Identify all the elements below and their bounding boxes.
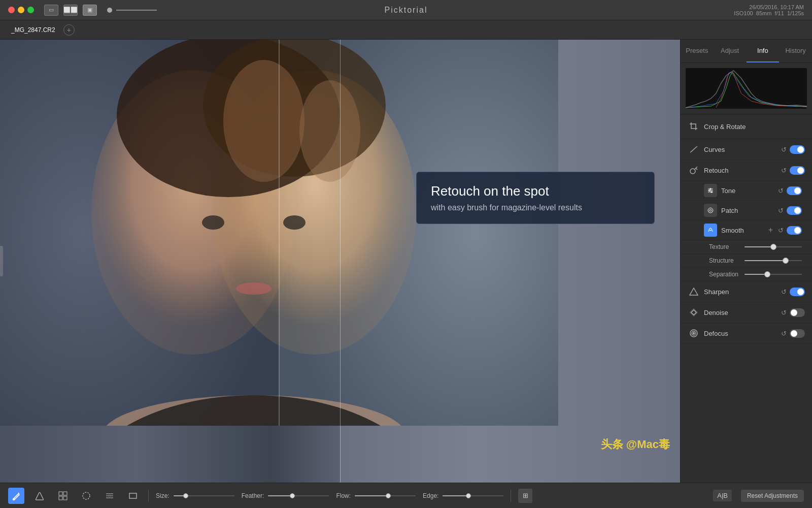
structure-track[interactable] (745, 260, 802, 261)
tab-presets[interactable]: Presets (681, 40, 714, 62)
main-area: Retouch on the spot with easy brush for … (0, 40, 812, 483)
defocus-reset[interactable]: ↺ (781, 330, 787, 337)
svg-point-31 (83, 492, 90, 499)
retouch-toggle[interactable] (790, 166, 805, 175)
denoise-reset[interactable]: ↺ (781, 309, 787, 316)
canvas-area[interactable]: Retouch on the spot with easy brush for … (0, 40, 680, 483)
reset-adjustments-button[interactable]: Reset Adjustments (741, 490, 804, 502)
tone-controls: ↺ (778, 186, 802, 195)
single-view-icon[interactable]: ▭ (44, 5, 58, 16)
grid-tool[interactable] (55, 488, 71, 504)
crop-rotate-row[interactable]: Crop & Rotate (681, 114, 812, 139)
flow-param: Flow: (336, 492, 416, 499)
tab-info[interactable]: Info (747, 40, 780, 62)
edge-slider[interactable] (443, 495, 503, 496)
svg-point-21 (711, 192, 713, 193)
tone-reset[interactable]: ↺ (778, 187, 784, 195)
photo-view: Retouch on the spot with easy brush for … (0, 40, 680, 483)
smooth-add[interactable]: + (768, 226, 773, 235)
smooth-row[interactable]: Smooth + ↺ (681, 220, 812, 240)
histogram-area (681, 63, 812, 114)
stripe-tool[interactable] (101, 488, 118, 504)
camera-params: ISO100 85mm f/11 1/125s (734, 10, 804, 16)
retouch-reset[interactable]: ↺ (781, 167, 787, 174)
fullscreen-button[interactable]: ⊞ (518, 489, 532, 503)
size-label: Size: (156, 492, 170, 499)
svg-rect-30 (63, 496, 67, 500)
curves-toggle[interactable] (790, 145, 805, 154)
ab-button[interactable]: A|B (713, 490, 732, 501)
zoom-slider[interactable] (107, 8, 157, 13)
smooth-reset[interactable]: ↺ (778, 227, 784, 234)
structure-row[interactable]: Structure (681, 254, 812, 268)
svg-point-11 (202, 215, 224, 230)
defocus-controls: ↺ (781, 329, 805, 338)
dual-view-icon[interactable]: ⬜⬜ (63, 5, 78, 16)
toolbar-separator-2 (511, 490, 511, 502)
flow-track[interactable] (355, 495, 416, 496)
close-button[interactable] (8, 7, 15, 13)
add-tab-button[interactable]: + (63, 24, 75, 36)
datetime: 26/05/2016, 10:17 AM (734, 4, 804, 10)
window-buttons (8, 7, 34, 13)
curves-reset[interactable]: ↺ (781, 146, 787, 153)
patch-toggle[interactable] (787, 206, 802, 215)
svg-point-20 (709, 190, 710, 192)
circle-select-tool[interactable] (78, 488, 94, 504)
smooth-toggle[interactable] (787, 226, 802, 235)
defocus-row[interactable]: Defocus ↺ (681, 323, 812, 344)
retouch-controls: ↺ (781, 166, 805, 175)
tooltip-subtitle: with easy brush for magazine-level resul… (431, 203, 640, 212)
denoise-toggle[interactable] (790, 308, 805, 317)
size-param: Size: (156, 492, 234, 499)
retouch-row[interactable]: Retouch ↺ (681, 160, 812, 181)
flow-label: Flow: (336, 492, 351, 499)
feather-track[interactable] (268, 495, 329, 496)
defocus-icon (688, 327, 700, 339)
flow-slider[interactable] (355, 495, 416, 496)
size-slider[interactable] (174, 495, 234, 496)
portrait-svg (0, 40, 558, 426)
texture-track[interactable] (745, 246, 802, 247)
sharpen-toggle[interactable] (790, 288, 805, 296)
separation-track[interactable] (745, 274, 802, 275)
tab-history[interactable]: History (779, 40, 812, 62)
size-track[interactable] (174, 495, 234, 496)
svg-point-15 (690, 169, 695, 174)
denoise-controls: ↺ (781, 308, 805, 317)
panel-content: Crop & Rotate Curves ↺ (681, 114, 812, 483)
tone-row[interactable]: Tone ↺ (681, 181, 812, 201)
texture-row[interactable]: Texture (681, 240, 812, 254)
eraser-tool[interactable] (31, 488, 48, 504)
compare-view-icon[interactable]: ▣ (83, 5, 97, 16)
retouch-tooltip: Retouch on the spot with easy brush for … (416, 172, 655, 224)
sharpen-icon (688, 285, 700, 298)
split-line (340, 40, 341, 483)
edge-track[interactable] (443, 495, 503, 496)
feather-param: Feather: (242, 492, 329, 499)
camera-info: 26/05/2016, 10:17 AM ISO100 85mm f/11 1/… (734, 4, 804, 16)
minimize-button[interactable] (18, 7, 24, 13)
patch-reset[interactable]: ↺ (778, 207, 784, 214)
svg-rect-35 (129, 493, 137, 498)
curves-row[interactable]: Curves ↺ (681, 139, 812, 160)
patch-row[interactable]: Patch ↺ (681, 201, 812, 220)
feather-slider[interactable] (268, 495, 329, 496)
sharpen-reset[interactable]: ↺ (781, 288, 787, 296)
left-panel-handle[interactable] (0, 246, 3, 276)
defocus-toggle[interactable] (790, 329, 805, 338)
toolbar-separator-1 (148, 490, 149, 502)
denoise-row[interactable]: Denoise ↺ (681, 302, 812, 323)
maximize-button[interactable] (27, 7, 34, 13)
separation-row[interactable]: Separation (681, 268, 812, 281)
tab-adjust[interactable]: Adjust (714, 40, 747, 62)
rectangle-tool[interactable] (125, 488, 141, 504)
brush-tool[interactable] (8, 488, 24, 504)
svg-point-7 (299, 80, 360, 182)
tone-toggle[interactable] (787, 186, 802, 195)
curves-icon (688, 143, 700, 155)
svg-rect-14 (686, 68, 807, 109)
edge-param: Edge: (423, 492, 503, 499)
file-tab[interactable]: _MG_2847.CR2 (6, 24, 60, 36)
sharpen-row[interactable]: Sharpen ↺ (681, 281, 812, 302)
